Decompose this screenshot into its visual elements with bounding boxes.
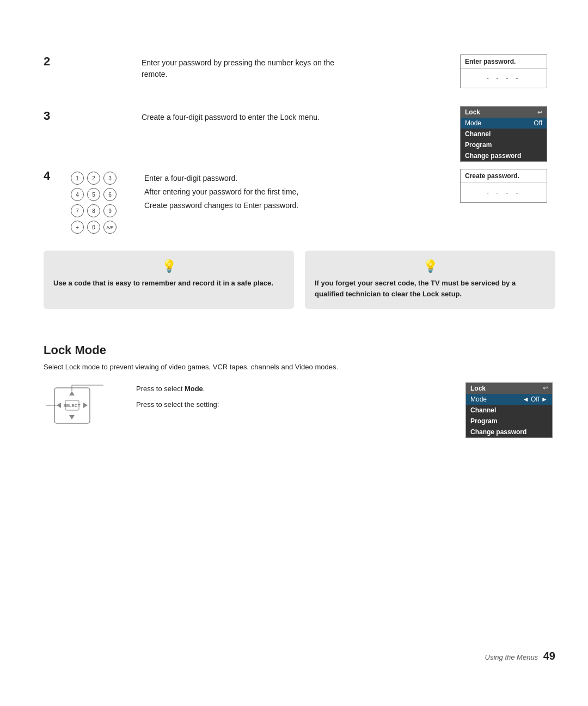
lock-menu-top: Lock ↩ Mode Off Channel Program Change p…: [460, 106, 555, 162]
lock-menu-bot-program-label: Program: [470, 417, 497, 425]
key-4: 4: [71, 188, 84, 201]
step2-text: Enter your password by pressing the numb…: [142, 57, 348, 80]
instruction-mode: Press to select Mode.: [136, 382, 444, 395]
keypad: 1 2 3 4 5 6 7 8 9 + 0 A/P: [71, 172, 118, 235]
lock-mode-title: Lock Mode: [44, 343, 555, 357]
lock-mode-body: SELECT Press to select Mode. Press to se…: [44, 382, 555, 438]
lock-menu-bot-mode-label: Mode: [470, 395, 487, 403]
lock-back-icon-top: ↩: [537, 109, 542, 116]
lock-menu-bot-lock-label: Lock: [470, 385, 486, 392]
page-label: Using the Menus: [485, 653, 538, 661]
lock-menu-bottom: Lock ↩ Mode ◄ Off ► Channel Program Chan: [465, 382, 555, 438]
svg-marker-4: [83, 403, 88, 408]
step3-number: 3: [44, 109, 50, 123]
key-9: 9: [103, 204, 117, 217]
svg-marker-3: [57, 403, 61, 408]
lock-menu-bot-channel-label: Channel: [470, 406, 496, 414]
lock-back-icon-bot: ↩: [543, 385, 548, 392]
enter-password-box: Enter password. - - - -: [460, 54, 555, 88]
step4-number: 4: [44, 169, 50, 183]
step4-instructions: Enter a four-digit password. After enter…: [144, 172, 351, 213]
tip-section: 💡 Use a code that is easy to remember an…: [44, 251, 555, 309]
svg-text:SELECT: SELECT: [63, 403, 80, 408]
create-password-title: Create password.: [461, 169, 547, 183]
lock-menu-top-channel-label: Channel: [465, 130, 491, 138]
tip2-text: If you forget your secret code, the TV m…: [315, 278, 546, 299]
key-ap: A/P: [103, 221, 117, 234]
tip1-icon: 💡: [53, 259, 284, 273]
remote-diagram: SELECT: [44, 382, 114, 438]
lock-menu-top-program-label: Program: [465, 141, 492, 149]
lock-menu-top-mode-value: Off: [534, 119, 542, 127]
lock-menu-top-mode-label: Mode: [465, 119, 481, 127]
svg-marker-2: [69, 415, 75, 419]
tip-box-2: 💡 If you forget your secret code, the TV…: [305, 251, 555, 309]
key-5: 5: [87, 188, 100, 201]
step3-text: Create a four-digit password to enter th…: [142, 112, 348, 123]
lock-menu-bot-mode-value: ◄ Off ►: [523, 395, 548, 403]
tip1-text: Use a code that is easy to remember and …: [53, 278, 284, 289]
key-plus: +: [71, 221, 84, 234]
step4-line1: Enter a four-digit password.: [144, 172, 351, 185]
lock-menu-top-change-pw-label: Change password: [465, 152, 521, 160]
key-8: 8: [87, 204, 100, 217]
lock-menu-top-lock-label: Lock: [465, 108, 480, 116]
step2-number: 2: [44, 54, 50, 69]
page-footer: Using the Menus 49: [485, 650, 555, 662]
lock-mode-instructions: Press to select Mode. Press to select th…: [136, 382, 444, 438]
create-password-box: Create password. - - - -: [460, 169, 555, 203]
key-6: 6: [103, 188, 117, 201]
key-1: 1: [71, 172, 84, 185]
enter-password-title: Enter password.: [461, 55, 547, 69]
tip-box-1: 💡 Use a code that is easy to remember an…: [44, 251, 294, 309]
remote-svg: SELECT: [44, 382, 103, 431]
page-number: 49: [543, 650, 555, 662]
tip2-icon: 💡: [315, 259, 546, 273]
key-3: 3: [103, 172, 117, 185]
key-0: 0: [87, 221, 100, 234]
lock-mode-description: Select Lock mode to prevent viewing of v…: [44, 362, 555, 373]
step4-line3: Create password changes to Enter passwor…: [144, 199, 351, 212]
instruction-setting: Press to select the setting:: [136, 398, 444, 411]
create-password-dots: - - - -: [461, 183, 547, 202]
lock-mode-section: Lock Mode Select Lock mode to prevent vi…: [44, 343, 555, 438]
enter-password-dots: - - - -: [461, 69, 547, 88]
svg-marker-1: [69, 391, 75, 395]
key-2: 2: [87, 172, 100, 185]
step4-line2: After entering your password for the fir…: [144, 185, 351, 199]
lock-menu-bot-change-pw-label: Change password: [470, 428, 526, 436]
key-7: 7: [71, 204, 84, 217]
